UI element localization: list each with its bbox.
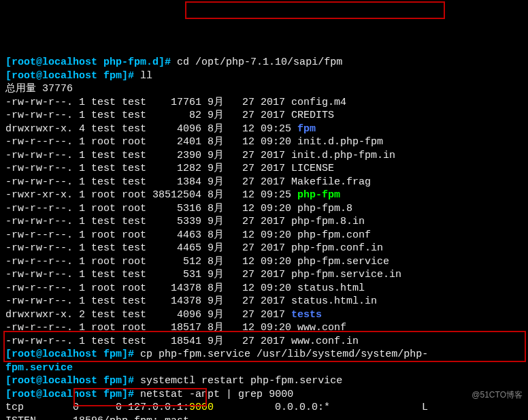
watermark: @51CTO博客	[472, 390, 523, 401]
highlight-box-cd	[185, 1, 445, 19]
terminal-output[interactable]: [root@localhost php-fpm.d]# cd /opt/php-…	[5, 56, 523, 420]
